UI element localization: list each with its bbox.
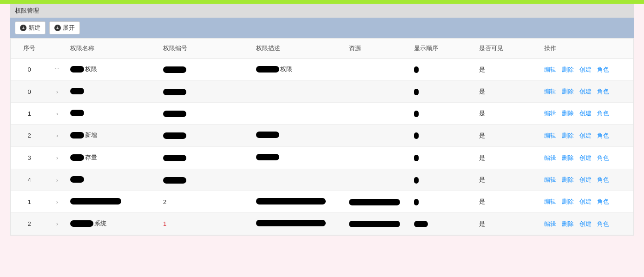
- action-delete[interactable]: 删除: [562, 88, 574, 95]
- action-role[interactable]: 角色: [597, 66, 609, 73]
- cell-resource: [345, 169, 410, 191]
- cell-visible: 是: [475, 213, 540, 235]
- chevron-right-icon[interactable]: ›: [56, 177, 58, 184]
- redacted-text: [163, 155, 186, 161]
- expand-button-label: 展开: [63, 24, 75, 32]
- cell-code-value: 2: [163, 198, 166, 205]
- cell-code: [159, 125, 252, 147]
- action-delete[interactable]: 删除: [562, 110, 574, 117]
- permissions-table: 序号 权限名称 权限编号 权限描述 资源 显示顺序 是否可见 操作 0﹀权限权限…: [11, 39, 633, 235]
- table-row: 1›是编辑删除创建角色: [11, 103, 633, 125]
- expand-button[interactable]: + 展开: [49, 21, 80, 34]
- chevron-right-icon[interactable]: ›: [56, 155, 58, 161]
- action-role[interactable]: 角色: [597, 154, 609, 161]
- cell-index: 2: [11, 213, 48, 235]
- cell-code: [159, 81, 252, 103]
- action-create[interactable]: 创建: [579, 110, 591, 117]
- cell-order: [410, 147, 475, 169]
- action-delete[interactable]: 删除: [562, 220, 574, 227]
- cell-order: [410, 125, 475, 147]
- col-header-code: 权限编号: [159, 39, 252, 59]
- action-edit[interactable]: 编辑: [544, 66, 556, 73]
- cell-name: [66, 191, 159, 213]
- cell-visible: 是: [475, 147, 540, 169]
- chevron-right-icon[interactable]: ›: [56, 221, 58, 227]
- cell-name: 存量: [66, 147, 159, 169]
- cell-index: 1: [11, 191, 48, 213]
- action-role[interactable]: 角色: [597, 88, 609, 95]
- action-delete[interactable]: 删除: [562, 132, 574, 139]
- cell-actions: 编辑删除创建角色: [540, 213, 633, 235]
- chevron-right-icon[interactable]: ›: [56, 89, 58, 95]
- cell-resource: [345, 81, 410, 103]
- cell-actions: 编辑删除创建角色: [540, 103, 633, 125]
- action-delete[interactable]: 删除: [562, 66, 574, 73]
- cell-desc: [252, 191, 345, 213]
- chevron-right-icon[interactable]: ›: [56, 132, 58, 139]
- redacted-text: [414, 89, 419, 95]
- cell-actions: 编辑删除创建角色: [540, 81, 633, 103]
- cell-actions: 编辑删除创建角色: [540, 125, 633, 147]
- cell-order: [410, 169, 475, 191]
- cell-desc: [252, 147, 345, 169]
- cell-order: [410, 191, 475, 213]
- action-role[interactable]: 角色: [597, 198, 609, 205]
- action-create[interactable]: 创建: [579, 132, 591, 139]
- action-edit[interactable]: 编辑: [544, 154, 556, 161]
- cell-name: [66, 169, 159, 191]
- action-delete[interactable]: 删除: [562, 176, 574, 183]
- cell-resource: [345, 59, 410, 81]
- cell-index: 0: [11, 81, 48, 103]
- redacted-text: [163, 177, 186, 184]
- chevron-right-icon[interactable]: ›: [56, 111, 58, 117]
- cell-visible: 是: [475, 169, 540, 191]
- cell-index: 4: [11, 169, 48, 191]
- chevron-down-icon[interactable]: ﹀: [54, 66, 60, 73]
- new-button[interactable]: + 新建: [15, 21, 46, 34]
- action-edit[interactable]: 编辑: [544, 110, 556, 117]
- action-create[interactable]: 创建: [579, 220, 591, 227]
- action-edit[interactable]: 编辑: [544, 220, 556, 227]
- action-edit[interactable]: 编辑: [544, 132, 556, 139]
- action-create[interactable]: 创建: [579, 66, 591, 73]
- plus-icon: +: [54, 25, 61, 31]
- action-create[interactable]: 创建: [579, 154, 591, 161]
- action-create[interactable]: 创建: [579, 88, 591, 95]
- col-header-desc: 权限描述: [252, 39, 345, 59]
- redacted-text: [349, 199, 400, 205]
- chevron-right-icon[interactable]: ›: [56, 199, 58, 205]
- cell-name-suffix: 系统: [94, 219, 106, 228]
- cell-order: [410, 59, 475, 81]
- action-delete[interactable]: 删除: [562, 198, 574, 205]
- action-edit[interactable]: 编辑: [544, 176, 556, 183]
- col-header-order: 显示顺序: [410, 39, 475, 59]
- cell-order: [410, 213, 475, 235]
- action-role[interactable]: 角色: [597, 132, 609, 139]
- toolbar: + 新建 + 展开: [10, 18, 634, 38]
- table-header-row: 序号 权限名称 权限编号 权限描述 资源 显示顺序 是否可见 操作: [11, 39, 633, 59]
- col-header-visible: 是否可见: [475, 39, 540, 59]
- redacted-text: [256, 220, 326, 226]
- col-header-expand: [48, 39, 66, 59]
- redacted-text: [70, 132, 84, 138]
- action-role[interactable]: 角色: [597, 220, 609, 227]
- action-create[interactable]: 创建: [579, 198, 591, 205]
- table-row: 2›系统1是编辑删除创建角色: [11, 213, 633, 235]
- cell-desc: [252, 125, 345, 147]
- cell-visible: 是: [475, 191, 540, 213]
- action-role[interactable]: 角色: [597, 110, 609, 117]
- cell-actions: 编辑删除创建角色: [540, 191, 633, 213]
- table-row: 0›是编辑删除创建角色: [11, 81, 633, 103]
- cell-visible: 是: [475, 59, 540, 81]
- action-edit[interactable]: 编辑: [544, 88, 556, 95]
- cell-name-suffix: 存量: [85, 153, 97, 162]
- cell-name-suffix: 权限: [85, 65, 97, 73]
- action-role[interactable]: 角色: [597, 176, 609, 183]
- action-edit[interactable]: 编辑: [544, 198, 556, 205]
- redacted-text: [414, 155, 419, 161]
- redacted-text: [414, 111, 419, 117]
- action-delete[interactable]: 删除: [562, 154, 574, 161]
- action-create[interactable]: 创建: [579, 176, 591, 183]
- redacted-text: [163, 66, 186, 73]
- panel-title: 权限管理: [10, 4, 634, 18]
